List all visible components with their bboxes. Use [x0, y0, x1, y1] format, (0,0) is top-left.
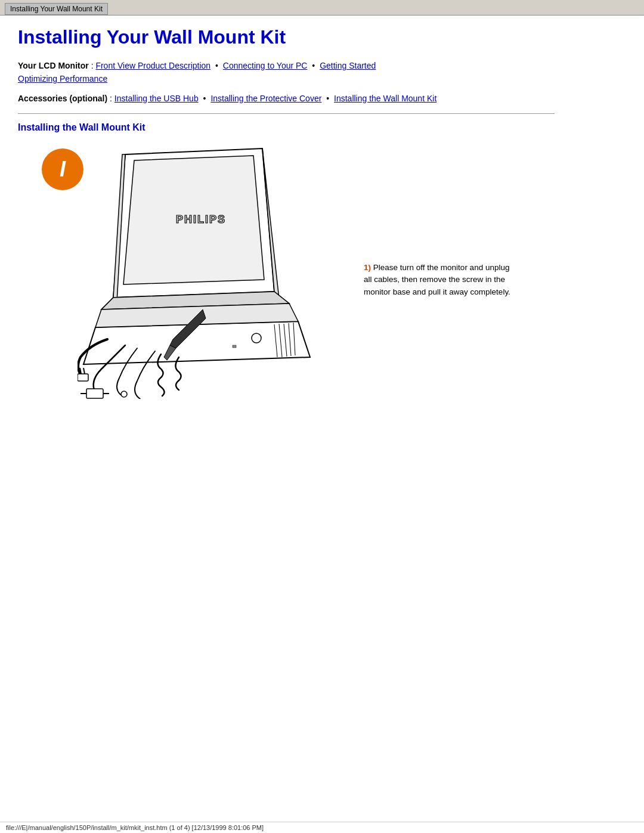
step-description-text: Please turn off the monitor and unplug a…: [364, 263, 510, 296]
svg-line-10: [83, 368, 85, 374]
step-number: 1): [364, 263, 371, 272]
page-title: Installing Your Wall Mount Kit: [18, 26, 555, 48]
nav-link-optimizing[interactable]: Optimizing Performance: [18, 74, 107, 83]
accessories-nav: Accessories (optional) : Installing the …: [18, 92, 555, 105]
svg-text:PHILIPS: PHILIPS: [176, 213, 226, 225]
sep1: •: [215, 61, 221, 70]
step-description: 1) Please turn off the monitor and unplu…: [364, 262, 519, 298]
svg-rect-11: [86, 389, 103, 398]
monitor-body: PHILIPS: [101, 148, 289, 312]
monitor-base: [83, 304, 310, 364]
nav-link-connecting[interactable]: Connecting to Your PC: [223, 61, 308, 70]
sep2: •: [312, 61, 317, 70]
svg-point-12: [121, 391, 127, 397]
step-badge: I: [42, 148, 83, 190]
sep4: •: [326, 94, 332, 103]
svg-rect-8: [78, 374, 88, 381]
step-badge-letter: I: [60, 157, 66, 182]
nav-link-wall-mount-kit[interactable]: Installing the Wall Mount Kit: [334, 94, 436, 103]
svg-point-6: [252, 333, 261, 343]
nav-link-usb-hub[interactable]: Installing the USB Hub: [114, 94, 199, 103]
content-area: I PHILIPS: [18, 143, 555, 399]
lcd-monitor-label: Your LCD Monitor: [18, 61, 89, 70]
svg-rect-7: [233, 345, 236, 348]
description-area: 1) Please turn off the monitor and unplu…: [364, 143, 519, 298]
tab-bar: Installing Your Wall Mount Kit: [0, 0, 644, 16]
sep3: •: [203, 94, 209, 103]
nav-colon-2: :: [110, 94, 114, 103]
monitor-illustration: PHILIPS: [78, 143, 334, 399]
nav-link-protective-cover[interactable]: Installing the Protective Cover: [210, 94, 321, 103]
browser-tab[interactable]: Installing Your Wall Mount Kit: [5, 3, 108, 15]
nav-link-getting-started[interactable]: Getting Started: [320, 61, 376, 70]
section-heading: Installing the Wall Mount Kit: [18, 122, 555, 133]
section-divider: [18, 113, 555, 114]
page-wrapper: Installing Your Wall Mount Kit Your LCD …: [0, 16, 572, 411]
illustration-container: I PHILIPS: [18, 143, 352, 399]
lcd-monitor-nav: Your LCD Monitor : Front View Product De…: [18, 59, 555, 86]
nav-link-front-view[interactable]: Front View Product Description: [95, 61, 210, 70]
accessories-label: Accessories (optional): [18, 94, 107, 103]
